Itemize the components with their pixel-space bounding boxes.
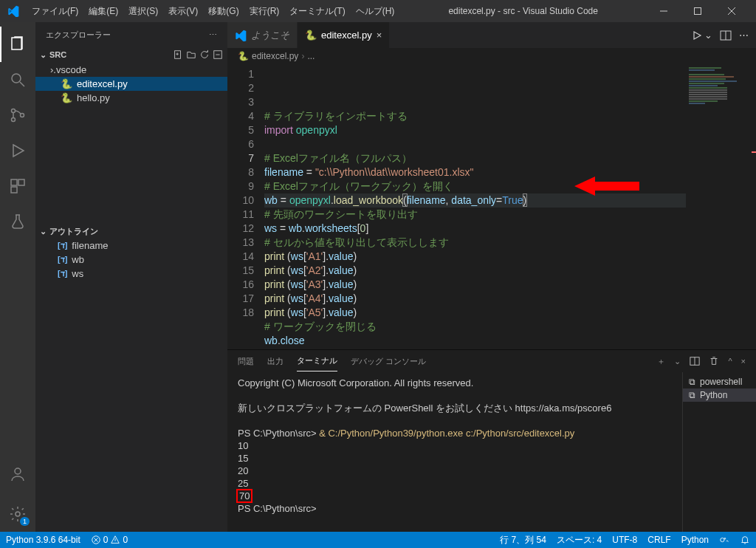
window-title: editexcel.py - src - Visual Studio Code (399, 6, 647, 16)
sidebar: エクスプローラー ⋯ ⌄ SRC › .vscode🐍editexcel.py🐍… (35, 22, 227, 532)
vscode-logo-icon (7, 5, 19, 17)
svg-point-31 (721, 538, 724, 541)
status-eol[interactable]: CRLF (647, 535, 670, 545)
explorer-icon[interactable] (0, 27, 35, 62)
maximize-panel-icon[interactable]: ^ (728, 357, 732, 366)
folder-root[interactable]: ⌄ SRC (35, 48, 227, 61)
terminal-instance[interactable]: ⧉powershell (689, 375, 750, 388)
annotation-arrow-icon (574, 147, 641, 225)
chevron-down-icon: ⌄ (40, 227, 47, 236)
python-file-icon: 🐍 (238, 51, 249, 61)
panel: 問題出力ターミナルデバッグ コンソール ＋ ⌄ ^ × Copyright (C… (227, 349, 756, 532)
svg-marker-21 (694, 32, 701, 39)
maximize-button[interactable] (681, 0, 715, 22)
run-icon[interactable] (691, 30, 703, 41)
new-file-icon[interactable] (173, 49, 183, 60)
testing-icon[interactable] (0, 204, 35, 239)
close-button[interactable] (715, 0, 749, 22)
outline-title: アウトライン (49, 226, 98, 237)
terminal[interactable]: Copyright (C) Microsoft Corporation. All… (227, 372, 682, 532)
terminal-icon: ⧉ (689, 377, 695, 387)
breadcrumb-file: editexcel.py (252, 51, 298, 61)
new-folder-icon[interactable] (186, 49, 196, 60)
status-feedback-icon[interactable] (719, 535, 729, 545)
panel-tab[interactable]: 出力 (267, 352, 284, 371)
refresh-icon[interactable] (199, 49, 210, 60)
close-tab-icon[interactable]: × (377, 30, 382, 41)
split-editor-icon[interactable] (720, 30, 732, 41)
svg-rect-13 (11, 187, 17, 193)
new-terminal-icon[interactable]: ＋ (657, 356, 665, 367)
status-encoding[interactable]: UTF-8 (612, 535, 637, 545)
window-controls (647, 0, 749, 22)
panel-tabs: 問題出力ターミナルデバッグ コンソール ＋ ⌄ ^ × (227, 350, 756, 372)
trash-icon[interactable] (709, 356, 719, 366)
menu-item[interactable]: ターミナル(T) (284, 6, 350, 16)
settings-icon[interactable]: 1 (0, 496, 35, 532)
breadcrumbs[interactable]: 🐍 editexcel.py › ... (227, 48, 756, 64)
status-spaces[interactable]: スペース: 4 (557, 534, 602, 547)
outline-header[interactable]: ⌄ アウトライン (35, 225, 227, 239)
file-item[interactable]: 🐍hello.py (35, 91, 227, 105)
account-icon[interactable] (0, 456, 35, 492)
panel-tab[interactable]: デバッグ コンソール (351, 352, 426, 371)
python-file-icon: 🐍 (305, 30, 317, 41)
svg-marker-10 (13, 145, 24, 157)
editor-group: ようこそ 🐍 editexcel.py × ⌄ ⋯ 🐍 editexcel.py… (227, 22, 756, 532)
sidebar-title: エクスプローラー (46, 30, 111, 41)
minimap-marker (752, 151, 756, 153)
menu-item[interactable]: 編集(E) (83, 6, 123, 16)
outline-item[interactable]: [ד]filename (35, 239, 227, 253)
breadcrumb-rest: ... (307, 51, 315, 61)
python-file-icon: 🐍 (61, 92, 72, 103)
menu-item[interactable]: ファイル(F) (27, 6, 83, 16)
terminal-dropdown-icon[interactable]: ⌄ (674, 357, 681, 366)
split-terminal-icon[interactable] (690, 356, 700, 366)
code-editor[interactable]: 123456789101112131415161718 # ライブラリをインポー… (227, 64, 686, 349)
status-cursor[interactable]: 行 7、列 54 (500, 534, 546, 547)
svg-point-5 (12, 74, 21, 83)
variable-icon: [ד] (58, 269, 67, 278)
svg-rect-1 (695, 8, 701, 15)
search-icon[interactable] (0, 62, 35, 97)
svg-point-7 (12, 109, 16, 113)
status-bell-icon[interactable] (740, 535, 750, 545)
file-item[interactable]: 🐍editexcel.py (35, 77, 227, 91)
minimize-button[interactable] (647, 0, 681, 22)
run-debug-icon[interactable] (0, 133, 35, 168)
close-panel-icon[interactable]: × (741, 357, 746, 366)
menu-item[interactable]: ヘルプ(H) (351, 6, 400, 16)
terminal-icon: ⧉ (689, 390, 695, 400)
tab-welcome-label: ようこそ (251, 29, 289, 42)
svg-point-8 (12, 118, 16, 122)
run-dropdown-icon[interactable]: ⌄ (704, 30, 712, 41)
collapse-icon[interactable] (213, 49, 223, 60)
folder-item[interactable]: › .vscode (35, 63, 227, 77)
source-control-icon[interactable] (0, 97, 35, 133)
svg-rect-12 (18, 179, 24, 185)
editor-more-icon[interactable]: ⋯ (739, 30, 749, 41)
outline-item[interactable]: [ד]ws (35, 267, 227, 281)
extensions-icon[interactable] (0, 168, 35, 204)
minimap[interactable] (686, 64, 756, 349)
variable-icon: [ד] (58, 241, 67, 250)
menu-item[interactable]: 表示(V) (163, 6, 203, 16)
svg-line-6 (20, 82, 24, 86)
tab-welcome[interactable]: ようこそ (227, 22, 298, 48)
svg-marker-24 (574, 177, 639, 196)
panel-tab[interactable]: ターミナル (297, 351, 337, 371)
menu-item[interactable]: 実行(R) (244, 6, 285, 16)
menu-item[interactable]: 選択(S) (123, 6, 163, 16)
svg-rect-11 (11, 179, 17, 185)
status-problems[interactable]: 0 0 (91, 535, 128, 545)
outline-item[interactable]: [ד]wb (35, 253, 227, 267)
status-python-version[interactable]: Python 3.9.6 64-bit (6, 535, 80, 545)
python-file-icon: 🐍 (61, 78, 72, 89)
statusbar: Python 3.9.6 64-bit 0 0 行 7、列 54 スペース: 4… (0, 532, 756, 548)
panel-tab[interactable]: 問題 (238, 352, 254, 371)
menu-item[interactable]: 移動(G) (203, 6, 244, 16)
status-lang[interactable]: Python (681, 535, 709, 545)
terminal-instance[interactable]: ⧉Python (683, 388, 756, 402)
sidebar-more-icon[interactable]: ⋯ (209, 30, 217, 40)
tab-editexcel[interactable]: 🐍 editexcel.py × (298, 22, 390, 48)
